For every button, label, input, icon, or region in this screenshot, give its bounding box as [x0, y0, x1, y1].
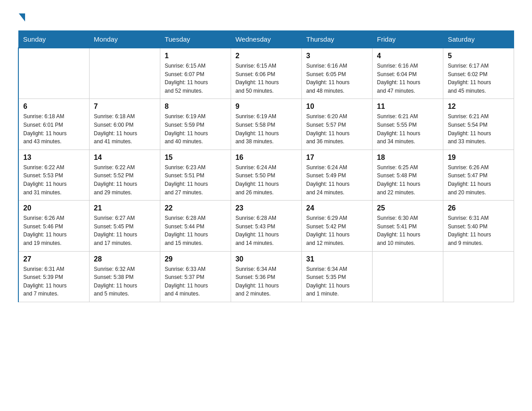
- day-number: 12: [448, 103, 509, 111]
- day-number: 31: [306, 255, 368, 263]
- weekday-header-friday: Friday: [372, 31, 443, 48]
- day-number: 9: [236, 103, 297, 111]
- calendar-cell: 13Sunrise: 6:22 AM Sunset: 5:53 PM Dayli…: [18, 150, 89, 200]
- weekday-header-wednesday: Wednesday: [231, 31, 301, 48]
- calendar-week-4: 20Sunrise: 6:26 AM Sunset: 5:46 PM Dayli…: [18, 201, 514, 251]
- day-info: Sunrise: 6:21 AM Sunset: 5:55 PM Dayligh…: [377, 112, 438, 146]
- day-number: 22: [165, 204, 226, 212]
- day-number: 21: [94, 204, 155, 212]
- day-info: Sunrise: 6:16 AM Sunset: 6:04 PM Dayligh…: [377, 62, 438, 95]
- calendar-cell: 29Sunrise: 6:33 AM Sunset: 5:37 PM Dayli…: [160, 251, 231, 302]
- calendar-cell: 25Sunrise: 6:30 AM Sunset: 5:41 PM Dayli…: [372, 201, 443, 251]
- calendar-cell: 22Sunrise: 6:28 AM Sunset: 5:44 PM Dayli…: [160, 201, 231, 251]
- day-info: Sunrise: 6:15 AM Sunset: 6:06 PM Dayligh…: [236, 62, 297, 95]
- day-info: Sunrise: 6:33 AM Sunset: 5:37 PM Dayligh…: [165, 265, 226, 298]
- day-info: Sunrise: 6:31 AM Sunset: 5:40 PM Dayligh…: [448, 214, 509, 247]
- day-number: 11: [377, 103, 438, 111]
- calendar-week-2: 6Sunrise: 6:18 AM Sunset: 6:01 PM Daylig…: [18, 99, 514, 150]
- day-number: 18: [377, 154, 438, 162]
- calendar-cell: 4Sunrise: 6:16 AM Sunset: 6:04 PM Daylig…: [372, 48, 443, 99]
- calendar-cell: 16Sunrise: 6:24 AM Sunset: 5:50 PM Dayli…: [231, 150, 301, 200]
- calendar-header-row: SundayMondayTuesdayWednesdayThursdayFrid…: [18, 31, 514, 48]
- day-info: Sunrise: 6:19 AM Sunset: 5:58 PM Dayligh…: [236, 112, 297, 146]
- day-info: Sunrise: 6:21 AM Sunset: 5:54 PM Dayligh…: [448, 112, 509, 146]
- weekday-header-saturday: Saturday: [443, 31, 514, 48]
- day-info: Sunrise: 6:23 AM Sunset: 5:51 PM Dayligh…: [165, 163, 226, 197]
- day-info: Sunrise: 6:18 AM Sunset: 6:00 PM Dayligh…: [94, 112, 155, 146]
- calendar-cell: 9Sunrise: 6:19 AM Sunset: 5:58 PM Daylig…: [231, 99, 301, 150]
- day-info: Sunrise: 6:24 AM Sunset: 5:49 PM Dayligh…: [306, 163, 368, 197]
- calendar-cell: 14Sunrise: 6:22 AM Sunset: 5:52 PM Dayli…: [89, 150, 160, 200]
- day-info: Sunrise: 6:26 AM Sunset: 5:47 PM Dayligh…: [448, 163, 509, 197]
- day-number: 1: [165, 52, 226, 60]
- day-info: Sunrise: 6:15 AM Sunset: 6:07 PM Dayligh…: [165, 62, 226, 95]
- calendar-cell: 28Sunrise: 6:32 AM Sunset: 5:38 PM Dayli…: [89, 251, 160, 302]
- weekday-header-thursday: Thursday: [301, 31, 372, 48]
- calendar-cell: 12Sunrise: 6:21 AM Sunset: 5:54 PM Dayli…: [443, 99, 514, 150]
- calendar-cell: 1Sunrise: 6:15 AM Sunset: 6:07 PM Daylig…: [160, 48, 231, 99]
- calendar-cell: 8Sunrise: 6:19 AM Sunset: 5:59 PM Daylig…: [160, 99, 231, 150]
- calendar-cell: 15Sunrise: 6:23 AM Sunset: 5:51 PM Dayli…: [160, 150, 231, 200]
- day-info: Sunrise: 6:20 AM Sunset: 5:57 PM Dayligh…: [306, 112, 368, 146]
- day-info: Sunrise: 6:34 AM Sunset: 5:36 PM Dayligh…: [236, 265, 297, 298]
- weekday-header-tuesday: Tuesday: [160, 31, 231, 48]
- day-info: Sunrise: 6:26 AM Sunset: 5:46 PM Dayligh…: [23, 214, 85, 247]
- day-info: Sunrise: 6:17 AM Sunset: 6:02 PM Dayligh…: [448, 62, 509, 95]
- logo-arrow-icon: [19, 13, 25, 21]
- calendar-cell: 5Sunrise: 6:17 AM Sunset: 6:02 PM Daylig…: [443, 48, 514, 99]
- day-number: 20: [23, 204, 85, 212]
- day-number: 2: [236, 52, 297, 60]
- day-info: Sunrise: 6:31 AM Sunset: 5:39 PM Dayligh…: [23, 265, 85, 298]
- day-number: 24: [306, 204, 368, 212]
- day-info: Sunrise: 6:30 AM Sunset: 5:41 PM Dayligh…: [377, 214, 438, 247]
- day-number: 28: [94, 255, 155, 263]
- calendar-cell: [89, 48, 160, 99]
- day-info: Sunrise: 6:22 AM Sunset: 5:52 PM Dayligh…: [94, 163, 155, 197]
- day-info: Sunrise: 6:22 AM Sunset: 5:53 PM Dayligh…: [23, 163, 85, 197]
- weekday-header-sunday: Sunday: [18, 31, 89, 48]
- day-info: Sunrise: 6:28 AM Sunset: 5:43 PM Dayligh…: [236, 214, 297, 247]
- calendar-week-5: 27Sunrise: 6:31 AM Sunset: 5:39 PM Dayli…: [18, 251, 514, 302]
- day-info: Sunrise: 6:18 AM Sunset: 6:01 PM Dayligh…: [23, 112, 85, 146]
- day-info: Sunrise: 6:34 AM Sunset: 5:35 PM Dayligh…: [306, 265, 368, 298]
- day-info: Sunrise: 6:32 AM Sunset: 5:38 PM Dayligh…: [94, 265, 155, 298]
- day-info: Sunrise: 6:16 AM Sunset: 6:05 PM Dayligh…: [306, 62, 368, 95]
- calendar-cell: 21Sunrise: 6:27 AM Sunset: 5:45 PM Dayli…: [89, 201, 160, 251]
- day-number: 30: [236, 255, 297, 263]
- day-number: 26: [448, 204, 509, 212]
- day-info: Sunrise: 6:27 AM Sunset: 5:45 PM Dayligh…: [94, 214, 155, 247]
- calendar-cell: 30Sunrise: 6:34 AM Sunset: 5:36 PM Dayli…: [231, 251, 301, 302]
- day-number: 7: [94, 103, 155, 111]
- day-number: 4: [377, 52, 438, 60]
- page-header: [18, 13, 514, 21]
- day-number: 19: [448, 154, 509, 162]
- day-number: 29: [165, 255, 226, 263]
- calendar-cell: [443, 251, 514, 302]
- weekday-header-monday: Monday: [89, 31, 160, 48]
- calendar-cell: 18Sunrise: 6:25 AM Sunset: 5:48 PM Dayli…: [372, 150, 443, 200]
- calendar-cell: 17Sunrise: 6:24 AM Sunset: 5:49 PM Dayli…: [301, 150, 372, 200]
- day-number: 14: [94, 154, 155, 162]
- day-number: 23: [236, 204, 297, 212]
- calendar-cell: [372, 251, 443, 302]
- calendar-cell: 7Sunrise: 6:18 AM Sunset: 6:00 PM Daylig…: [89, 99, 160, 150]
- day-number: 10: [306, 103, 368, 111]
- calendar-cell: 19Sunrise: 6:26 AM Sunset: 5:47 PM Dayli…: [443, 150, 514, 200]
- day-info: Sunrise: 6:25 AM Sunset: 5:48 PM Dayligh…: [377, 163, 438, 197]
- calendar-cell: 27Sunrise: 6:31 AM Sunset: 5:39 PM Dayli…: [18, 251, 89, 302]
- calendar-cell: 11Sunrise: 6:21 AM Sunset: 5:55 PM Dayli…: [372, 99, 443, 150]
- day-number: 15: [165, 154, 226, 162]
- day-number: 17: [306, 154, 368, 162]
- day-info: Sunrise: 6:19 AM Sunset: 5:59 PM Dayligh…: [165, 112, 226, 146]
- day-number: 27: [23, 255, 85, 263]
- calendar-body: 1Sunrise: 6:15 AM Sunset: 6:07 PM Daylig…: [18, 48, 514, 302]
- day-number: 3: [306, 52, 368, 60]
- calendar-week-1: 1Sunrise: 6:15 AM Sunset: 6:07 PM Daylig…: [18, 48, 514, 99]
- calendar-cell: 31Sunrise: 6:34 AM Sunset: 5:35 PM Dayli…: [301, 251, 372, 302]
- day-info: Sunrise: 6:28 AM Sunset: 5:44 PM Dayligh…: [165, 214, 226, 247]
- day-number: 25: [377, 204, 438, 212]
- day-info: Sunrise: 6:24 AM Sunset: 5:50 PM Dayligh…: [236, 163, 297, 197]
- day-number: 16: [236, 154, 297, 162]
- calendar-table: SundayMondayTuesdayWednesdayThursdayFrid…: [18, 30, 514, 302]
- logo: [18, 13, 26, 21]
